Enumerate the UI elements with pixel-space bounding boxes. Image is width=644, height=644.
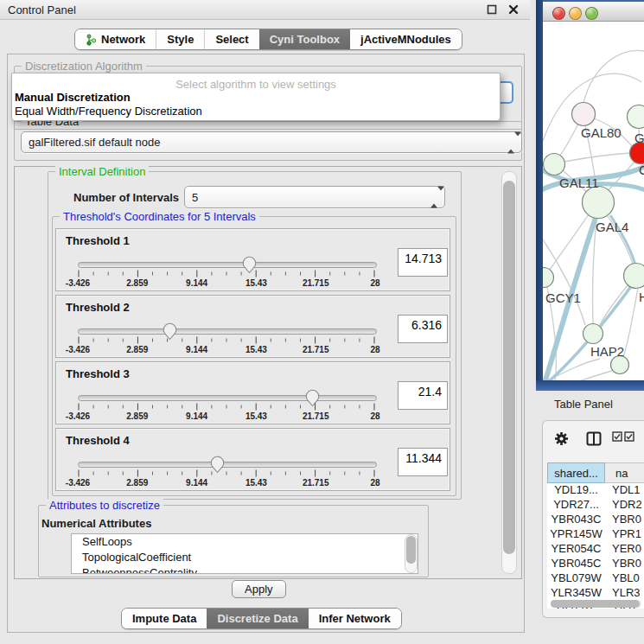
cell-name: YER0 <box>605 542 644 557</box>
slider-scale-label: 15.43 <box>245 411 267 421</box>
slider-scale-label: -3.426 <box>66 411 90 421</box>
cell-shared-name: YDL19... <box>547 483 605 498</box>
tab-network[interactable]: Network <box>75 29 156 49</box>
cell-name: YDR2 <box>605 498 644 513</box>
attributes-list-scrollbar[interactable] <box>405 534 418 573</box>
network-node-label: GCY1 <box>545 290 581 305</box>
slider-scale-label: -3.426 <box>66 345 90 354</box>
slider-scale-label: 21.715 <box>303 278 329 288</box>
threshold-slider[interactable]: -3.4262.8599.14415.4321.71528 <box>78 388 375 421</box>
network-window-frame-left <box>536 0 543 391</box>
tab-discretize-data[interactable]: Discretize Data <box>207 609 308 628</box>
threshold-slider[interactable]: -3.4262.8599.14415.4321.71528 <box>78 255 375 288</box>
slider-scale-label: 21.715 <box>303 345 329 354</box>
column-header-1[interactable]: shared... <box>547 462 605 483</box>
cell-shared-name: YER054C <box>547 542 605 557</box>
table-row[interactable]: YER054CYER0 <box>547 542 644 557</box>
table-row[interactable]: YBL079WYBL0 <box>547 571 644 586</box>
split-columns-icon[interactable] <box>586 431 602 446</box>
tab-label: jActiveMNodules <box>360 33 451 46</box>
network-node[interactable] <box>572 103 596 126</box>
threshold-value-field[interactable]: 21.4 <box>398 381 448 410</box>
table-hscrollbar-thumb[interactable] <box>551 600 640 608</box>
network-node-label: H <box>639 290 644 304</box>
network-edge[interactable] <box>593 219 596 324</box>
attributes-list-scrollbar-thumb[interactable] <box>406 536 416 564</box>
threshold-slider[interactable]: -3.4262.8599.14415.4321.71528 <box>78 322 375 354</box>
attribute-item[interactable]: SelfLoops <box>72 534 418 550</box>
network-node-label: C <box>639 163 644 177</box>
float-window-icon[interactable] <box>487 4 497 15</box>
top-tab-bar: NetworkStyleSelectCyni ToolboxjActiveMNo… <box>74 29 462 50</box>
network-node[interactable] <box>624 264 644 289</box>
slider-track[interactable] <box>78 462 377 468</box>
slider-scale-label: 2.859 <box>126 411 148 421</box>
slider-track[interactable] <box>78 395 377 401</box>
threshold-value-field[interactable]: 14.713 <box>398 248 448 277</box>
cell-shared-name: YBR045C <box>547 557 605 571</box>
threshold-value-field[interactable]: 11.344 <box>398 448 448 476</box>
table-row[interactable]: YPR145WYPR1 <box>547 527 644 542</box>
slider-ticks <box>78 336 375 345</box>
main-panel-scrollbar[interactable] <box>501 171 517 574</box>
network-view[interactable]: GAL80GACGAL11GAL4GCY1HHAP2 <box>543 22 644 380</box>
slider-track[interactable] <box>78 262 377 268</box>
num-intervals-combo[interactable]: 5 <box>184 186 445 208</box>
network-node[interactable] <box>628 105 644 129</box>
dropdown-option-manual[interactable]: Manual Discretization <box>15 91 131 104</box>
network-edge[interactable] <box>583 51 644 104</box>
threshold-list: Threshold 1 -3.4262.8599.14415.4321.7152… <box>55 228 450 494</box>
node-table[interactable]: shared...na YDL19...YDL1YDR27...YDR2YBR0… <box>547 462 644 609</box>
network-node[interactable] <box>583 187 615 219</box>
table-row[interactable]: YBR045CYBR0 <box>547 557 644 571</box>
attribute-item[interactable]: BetweennessCentrality <box>72 565 418 574</box>
network-node[interactable] <box>583 324 603 344</box>
column-header-2[interactable]: na <box>605 462 644 483</box>
slider-track[interactable] <box>78 328 377 335</box>
gear-icon[interactable] <box>554 431 569 446</box>
threshold-label: Threshold 2 <box>66 301 130 314</box>
attribute-item[interactable]: TopologicalCoefficient <box>72 550 418 565</box>
table-row[interactable]: YDL19...YDL1 <box>547 483 644 498</box>
network-edge[interactable] <box>623 288 638 357</box>
network-edge[interactable] <box>600 285 628 325</box>
tab-cyni-toolbox[interactable]: Cyni Toolbox <box>259 29 350 49</box>
tab-select[interactable]: Select <box>204 29 258 49</box>
table-hscrollbar[interactable] <box>551 600 641 608</box>
table-row[interactable]: YLR345WYLR3 <box>547 586 644 601</box>
algorithm-group-title: Discretization Algorithm <box>22 60 146 73</box>
mac-zoom-button[interactable] <box>585 7 598 20</box>
slider-ticks <box>78 270 375 278</box>
table-row[interactable]: YDR27...YDR2 <box>547 498 644 513</box>
attributes-group-title: Attributes to discretize <box>46 499 163 512</box>
main-panel-scrollbar-thumb[interactable] <box>503 181 515 554</box>
tab-label: Network <box>101 33 145 46</box>
tab-label: Select <box>215 33 248 46</box>
network-edge[interactable] <box>559 124 578 156</box>
table-row[interactable]: YBR043CYBR0 <box>547 513 644 527</box>
close-icon[interactable] <box>508 4 519 15</box>
thresholds-group-title: Threshold's Coordinates for 5 Intervals <box>60 210 259 223</box>
threshold-box: Threshold 3 -3.4262.8599.14415.4321.7152… <box>55 361 450 424</box>
mac-minimize-button[interactable] <box>569 7 582 20</box>
mac-close-button[interactable] <box>552 7 565 20</box>
tab-jactivemnodules[interactable]: jActiveMNodules <box>350 29 462 49</box>
threshold-slider[interactable]: -3.4262.8599.14415.4321.71528 <box>78 455 375 488</box>
apply-button[interactable]: Apply <box>232 580 286 598</box>
tab-infer-network[interactable]: Infer Network <box>309 609 401 628</box>
select-columns-icon[interactable] <box>612 431 634 442</box>
slider-scale-label: 9.144 <box>186 278 207 288</box>
control-panel: Control Panel NetworkStyleSelectCyni Too… <box>0 0 531 644</box>
table-data-combo[interactable]: galFiltered.sif default node <box>21 131 522 153</box>
network-node[interactable] <box>544 154 565 175</box>
tab-impute-data[interactable]: Impute Data <box>122 609 207 628</box>
tab-style[interactable]: Style <box>156 29 204 49</box>
threshold-value-field[interactable]: 6.316 <box>398 315 448 343</box>
table-panel-title: Table Panel <box>554 398 613 411</box>
network-edge[interactable] <box>564 153 630 162</box>
dropdown-option-equal-width[interactable]: Equal Width/Frequency Discretization <box>15 105 202 118</box>
numerical-attributes-list[interactable]: SelfLoopsTopologicalCoefficientBetweenne… <box>71 533 418 574</box>
table-panel: shared...na YDL19...YDL1YDR27...YDR2YBR0… <box>542 420 644 618</box>
combo-stepper-icon <box>430 191 438 204</box>
network-node[interactable] <box>543 268 554 288</box>
